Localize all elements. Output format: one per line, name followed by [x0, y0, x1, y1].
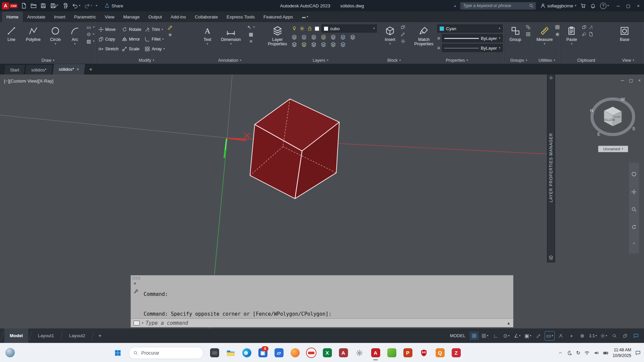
redo-button[interactable]: ▾: [84, 3, 92, 9]
viewcube[interactable]: N W S E BOTTOM BACK Unnamed ▾: [585, 93, 642, 154]
group-button[interactable]: Group: [506, 24, 525, 43]
annotation-more-button[interactable]: ≡: [250, 39, 252, 44]
groups-panel-label[interactable]: Groups▾: [504, 57, 533, 64]
doc-restore-button[interactable]: ▢: [629, 78, 633, 83]
line-button[interactable]: Line: [2, 24, 21, 43]
tab-collaborate[interactable]: Collaborate: [190, 11, 222, 22]
open-file-button[interactable]: [31, 3, 37, 9]
layout-tab-model[interactable]: Model: [4, 328, 28, 343]
save-as-button[interactable]: [50, 3, 59, 9]
recent-commands-arrow[interactable]: ▾: [142, 322, 143, 324]
id-point-button[interactable]: ⊕: [555, 32, 559, 37]
hidden-icons-chevron[interactable]: [558, 351, 563, 355]
command-input-row[interactable]: ▾ Type a command ▲: [131, 318, 513, 327]
layout-tab-layout2[interactable]: Layout2: [64, 328, 91, 343]
tab-express-tools[interactable]: Express Tools: [222, 11, 259, 22]
layer-freeze-sun-icon[interactable]: [299, 26, 305, 31]
app-store-button[interactable]: [581, 3, 586, 8]
command-customize-wrench-icon[interactable]: [133, 289, 139, 294]
new-file-button[interactable]: [21, 3, 27, 9]
layer-tool-icon[interactable]: [311, 42, 316, 47]
arc-button[interactable]: Arc ▾: [66, 24, 83, 46]
measure-button[interactable]: Measure ▾: [535, 24, 554, 46]
layer-tool-icon[interactable]: [311, 35, 316, 40]
trim-button[interactable]: Trim▾: [145, 24, 165, 34]
polyline-button[interactable]: Polyline: [22, 24, 44, 43]
plot-button[interactable]: [62, 3, 68, 9]
customization-gear-button[interactable]: ▾: [599, 331, 608, 340]
viewport-controls[interactable]: [−][Custom View][X-Ray]: [4, 79, 53, 84]
linetype-dropdown[interactable]: ByLayer ▾: [442, 44, 502, 52]
save-button[interactable]: [40, 3, 46, 9]
selection-filtering-toggle[interactable]: ▭▾: [545, 331, 555, 341]
viewcube-cube[interactable]: BOTTOM BACK: [602, 107, 622, 126]
app-icon-green[interactable]: [385, 345, 399, 361]
help-menu-button[interactable]: ? ▾: [600, 3, 609, 9]
isometric-drafting-toggle[interactable]: ∠▾: [512, 331, 522, 340]
tab-home[interactable]: Home: [2, 11, 23, 22]
annotation-scale-control[interactable]: 1:1▾: [588, 331, 598, 340]
view-panel-label[interactable]: View▾: [612, 57, 644, 64]
feedback-comment-button[interactable]: [631, 331, 641, 340]
base-view-button[interactable]: Base: [614, 24, 635, 43]
dimension-button[interactable]: Dimension ▾: [217, 24, 245, 46]
layers-panel-label[interactable]: Layers▾: [263, 57, 378, 64]
cut-clip-button[interactable]: [589, 25, 593, 30]
create-block-button[interactable]: [401, 25, 405, 30]
object-color-dropdown[interactable]: Cyan ▾: [437, 24, 503, 33]
circle-dropdown-arrow[interactable]: ▾: [55, 43, 56, 45]
compass-west[interactable]: W: [621, 97, 625, 102]
table-button[interactable]: ▦: [249, 32, 253, 37]
edge-browser-icon[interactable]: [240, 345, 254, 361]
command-close-icon[interactable]: ×: [134, 281, 136, 286]
edit-block-button[interactable]: [401, 32, 405, 37]
qat-customize-arrow[interactable]: ▾: [96, 4, 97, 7]
rotate-button[interactable]: Rotate: [122, 24, 141, 34]
rectangle-tool-button[interactable]: ▭▾: [87, 25, 94, 30]
file-explorer-icon[interactable]: [224, 345, 238, 361]
dimension-dropdown-arrow[interactable]: ▾: [230, 43, 232, 45]
powerpoint-icon[interactable]: P: [401, 345, 415, 361]
undo-button[interactable]: ▾: [72, 3, 80, 9]
layer-tool-icon[interactable]: [340, 42, 346, 47]
compass-north[interactable]: N: [590, 108, 593, 113]
layer-tool-icon[interactable]: [331, 35, 336, 40]
navigation-bar[interactable]: ▾: [629, 163, 639, 254]
annotation-monitor-toggle[interactable]: [556, 331, 565, 340]
insert-button[interactable]: Insert ▾: [381, 24, 399, 46]
layer-tool-icon[interactable]: [292, 42, 297, 47]
volume-icon[interactable]: [594, 350, 599, 356]
modify-panel-label[interactable]: Modify▾: [96, 57, 197, 64]
command-expand-arrow[interactable]: ▲: [507, 321, 510, 325]
full-navigation-wheel-icon[interactable]: [631, 171, 637, 177]
tab-add-ins[interactable]: Add-ins: [166, 11, 190, 22]
hatch-tool-button[interactable]: ▨▾: [87, 39, 94, 44]
viewcube-face-bottom[interactable]: BOTTOM: [602, 118, 615, 121]
utilities-panel-label[interactable]: Utilities▾: [533, 57, 560, 64]
layer-on-bulb-icon[interactable]: [292, 26, 297, 31]
paste-button[interactable]: Paste ▾: [562, 24, 581, 46]
notifications-button[interactable]: [590, 3, 596, 8]
tab-featured-apps[interactable]: Featured Apps: [259, 11, 297, 22]
current-layer-dropdown[interactable]: cubo ▾: [321, 24, 377, 33]
layer-tool-icon[interactable]: [301, 35, 307, 40]
layer-tool-icon[interactable]: [292, 35, 297, 40]
layer-tool-icon[interactable]: [321, 35, 326, 40]
autocad-taskbar-icon[interactable]: A: [368, 345, 383, 361]
maximize-button[interactable]: ▢: [623, 0, 633, 11]
copy-button[interactable]: Copy: [98, 34, 119, 44]
circle-button[interactable]: Circle ▾: [46, 24, 65, 46]
layer-color-swatch[interactable]: [315, 27, 319, 31]
copy-clip-button[interactable]: [582, 25, 587, 30]
grid-display-toggle[interactable]: [469, 331, 479, 340]
ellipse-tool-button[interactable]: ⊙▾: [87, 32, 94, 37]
leader-button[interactable]: ↖▾: [247, 25, 255, 30]
properties-panel-label[interactable]: Properties▾: [410, 57, 504, 64]
q-app-icon[interactable]: Q: [433, 345, 447, 361]
tab-manage[interactable]: Manage: [119, 11, 144, 22]
erase-button[interactable]: [167, 25, 173, 30]
file-tab-solidos-2[interactable]: sólidos*×: [53, 64, 86, 74]
help-search-input[interactable]: [462, 3, 529, 8]
selection-cycling-toggle[interactable]: +: [567, 331, 576, 340]
paste-special-button[interactable]: [589, 32, 593, 37]
